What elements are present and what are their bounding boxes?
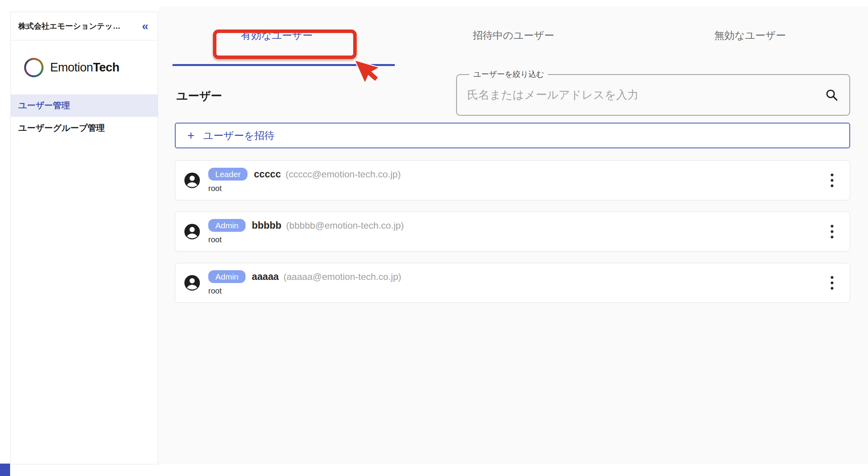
tab-active-users[interactable]: 有効なユーザー — [159, 6, 395, 64]
role-badge: Leader — [208, 168, 248, 181]
user-group: root — [208, 184, 401, 193]
brand-regular: Emotion — [50, 61, 93, 74]
corner-blue-artifact — [0, 464, 10, 476]
search-icon[interactable] — [824, 87, 839, 102]
search-input[interactable] — [467, 89, 824, 101]
user-email: (aaaaa@emotion-tech.co.jp) — [284, 271, 401, 282]
page-title: ユーザー — [176, 89, 222, 104]
sidebar-menu: ユーザー管理 ユーザーグループ管理 — [11, 94, 158, 139]
user-card: Leader ccccc (ccccc@emotion-tech.co.jp) … — [175, 160, 850, 200]
sidebar-item-user-group-management[interactable]: ユーザーグループ管理 — [11, 117, 158, 139]
logo-ring-icon — [24, 58, 44, 77]
role-badge: Admin — [208, 219, 246, 232]
role-badge: Admin — [208, 270, 246, 283]
brand-name: EmotionTech — [50, 61, 119, 75]
user-card: Admin bbbbb (bbbbb@emotion-tech.co.jp) r… — [175, 212, 850, 252]
user-name: bbbbb — [252, 220, 281, 231]
tab-invited-users[interactable]: 招待中のユーザー — [395, 6, 632, 64]
user-list: Leader ccccc (ccccc@emotion-tech.co.jp) … — [175, 160, 850, 314]
brand-bold: Tech — [93, 61, 119, 74]
avatar-icon — [183, 171, 201, 189]
search-field: ユーザーを絞り込む — [456, 69, 850, 116]
user-email: (ccccc@emotion-tech.co.jp) — [286, 169, 401, 180]
sidebar: 株式会社エモーションテッ… « EmotionTech ユーザー管理 ユーザーグ… — [10, 12, 158, 464]
user-menu-kebab-icon[interactable] — [825, 169, 839, 193]
avatar-icon — [183, 274, 201, 292]
user-name: aaaaa — [252, 271, 279, 282]
invite-user-label: ユーザーを招待 — [203, 129, 275, 142]
search-field-legend: ユーザーを絞り込む — [469, 69, 548, 80]
user-group: root — [208, 287, 401, 295]
brand-logo: EmotionTech — [24, 57, 158, 78]
company-name: 株式会社エモーションテッ… — [18, 21, 120, 31]
user-card: Admin aaaaa (aaaaa@emotion-tech.co.jp) r… — [175, 263, 850, 303]
sidebar-header: 株式会社エモーションテッ… « — [11, 12, 158, 40]
user-email: (bbbbb@emotion-tech.co.jp) — [286, 220, 404, 231]
sidebar-item-user-management[interactable]: ユーザー管理 — [11, 94, 158, 117]
user-group: root — [208, 235, 404, 244]
invite-user-button[interactable]: + ユーザーを招待 — [175, 123, 850, 148]
sidebar-collapse-icon[interactable]: « — [140, 19, 150, 33]
main-content: 有効なユーザー 招待中のユーザー 無効なユーザー ユーザー ユーザーを絞り込む … — [159, 6, 868, 464]
user-name: ccccc — [254, 169, 281, 180]
avatar-icon — [183, 222, 201, 241]
tab-inactive-users[interactable]: 無効なユーザー — [632, 6, 868, 64]
user-menu-kebab-icon[interactable] — [825, 220, 839, 244]
active-tab-indicator — [173, 64, 395, 66]
plus-icon: + — [187, 129, 195, 142]
user-menu-kebab-icon[interactable] — [825, 271, 839, 295]
